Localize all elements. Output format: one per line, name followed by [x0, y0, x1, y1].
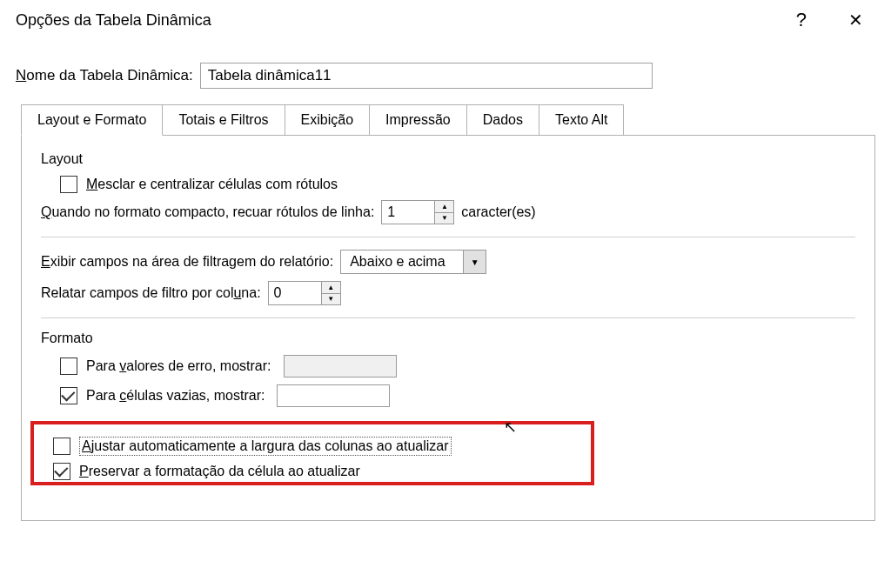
empty-cells-row: Para células vazias, mostrar:: [60, 384, 855, 407]
empty-cells-checkbox[interactable]: [60, 387, 77, 404]
filter-area-dropdown[interactable]: Abaixo e acima ▼: [340, 250, 486, 274]
filter-count-down[interactable]: ▼: [322, 294, 340, 305]
filter-count-input[interactable]: [269, 282, 321, 304]
indent-spinner-down[interactable]: ▼: [435, 213, 453, 224]
indent-row: Quando no formato compacto, recuar rótul…: [41, 200, 855, 224]
divider-1: [41, 237, 855, 237]
error-values-label: Para valores de erro, mostrar:: [86, 358, 271, 374]
filter-area-value: Abaixo e acima: [341, 251, 463, 273]
tab-strip: Layout e Formato Totais e Filtros Exibiç…: [21, 104, 875, 136]
filter-area-label: Exibir campos na área de filtragem do re…: [41, 254, 333, 270]
indent-label: Quando no formato compacto, recuar rótul…: [41, 204, 374, 220]
indent-suffix: caracter(es): [461, 204, 535, 220]
layout-section-title: Layout: [41, 151, 855, 167]
autofit-columns-label: Ajustar automaticamente a largura das co…: [79, 437, 452, 456]
pivot-name-row: Nome da Tabela Dinâmica:: [16, 63, 875, 89]
merge-cells-label: Mesclar e centralizar células com rótulo…: [86, 177, 338, 192]
indent-spinner-arrows: ▲ ▼: [434, 201, 453, 224]
filter-count-up[interactable]: ▲: [322, 282, 340, 294]
error-values-row: Para valores de erro, mostrar:: [60, 355, 855, 378]
merge-cells-checkbox[interactable]: [60, 176, 77, 193]
tab-display[interactable]: Exibição: [285, 104, 370, 135]
filter-count-row: Relatar campos de filtro por coluna: ▲ ▼: [41, 281, 855, 305]
error-values-checkbox[interactable]: [60, 357, 77, 375]
preserve-format-checkbox[interactable]: [53, 463, 70, 480]
indent-spinner[interactable]: ▲ ▼: [381, 200, 454, 224]
error-values-input: [284, 355, 397, 378]
filter-count-arrows: ▲ ▼: [321, 282, 340, 304]
help-button[interactable]: ?: [780, 5, 833, 35]
dialog-title: Opções da Tabela Dinâmica: [16, 11, 780, 30]
autofit-columns-checkbox[interactable]: [53, 438, 70, 455]
pivot-name-label: Nome da Tabela Dinâmica:: [16, 67, 193, 84]
preserve-format-row: Preservar a formatação da célula ao atua…: [53, 463, 580, 480]
empty-cells-label: Para células vazias, mostrar:: [86, 388, 265, 404]
tab-alt-text[interactable]: Texto Alt: [539, 104, 624, 135]
filter-area-row: Exibir campos na área de filtragem do re…: [41, 250, 855, 274]
empty-cells-input[interactable]: [277, 384, 390, 407]
tab-panel-layout-format: Layout Mesclar e centralizar células com…: [21, 136, 875, 521]
tab-data[interactable]: Dados: [466, 104, 539, 135]
format-section-title: Formato: [41, 331, 855, 346]
divider-2: [41, 317, 855, 318]
tab-print[interactable]: Impressão: [369, 104, 467, 135]
filter-count-spinner[interactable]: ▲ ▼: [268, 281, 341, 305]
chevron-down-icon[interactable]: ▼: [463, 251, 486, 273]
cursor-icon: ↖: [504, 418, 517, 437]
pivot-name-input[interactable]: [200, 63, 653, 89]
filter-count-label: Relatar campos de filtro por coluna:: [41, 285, 261, 301]
indent-spinner-up[interactable]: ▲: [435, 201, 453, 213]
preserve-format-label: Preservar a formatação da célula ao atua…: [79, 464, 360, 479]
titlebar: Opções da Tabela Dinâmica ? ✕: [0, 0, 891, 40]
tab-totals-filters[interactable]: Totais e Filtros: [162, 104, 285, 135]
highlighted-region: ↖ Ajustar automaticamente a largura das …: [30, 421, 594, 485]
autofit-row: Ajustar automaticamente a largura das co…: [53, 437, 580, 456]
dialog-content: Nome da Tabela Dinâmica: Layout e Format…: [0, 40, 891, 588]
pivot-options-dialog: Opções da Tabela Dinâmica ? ✕ Nome da Ta…: [0, 0, 891, 588]
close-button[interactable]: ✕: [833, 6, 881, 34]
indent-spinner-input[interactable]: [382, 201, 434, 224]
tab-layout-format[interactable]: Layout e Formato: [21, 104, 163, 136]
merge-cells-row: Mesclar e centralizar células com rótulo…: [60, 176, 855, 193]
